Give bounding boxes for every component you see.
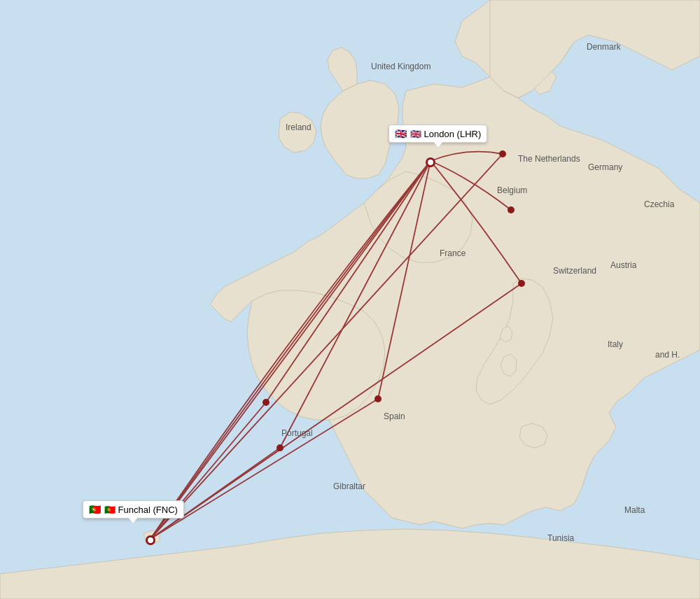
- dot-geneva: [518, 280, 525, 287]
- dot-london-inner: [428, 160, 433, 165]
- dot-madrid: [374, 395, 382, 402]
- map-svg: [0, 0, 700, 599]
- map-container: United Kingdom Ireland The Netherlands B…: [0, 0, 700, 599]
- dot-amsterdam: [499, 150, 506, 157]
- dot-luxembourg: [507, 206, 514, 213]
- dot-funchal-inner: [148, 537, 153, 543]
- dot-porto: [262, 399, 270, 406]
- dot-lisbon: [276, 444, 284, 451]
